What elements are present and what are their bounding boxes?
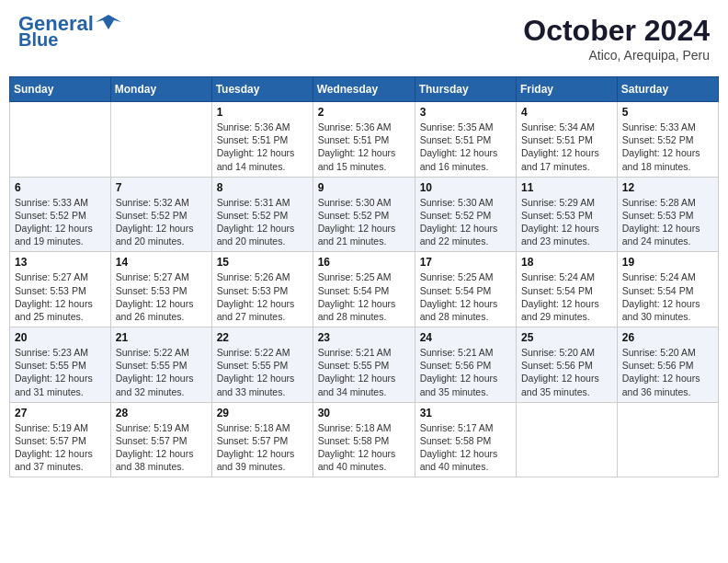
calendar-cell: 26Sunrise: 5:20 AM Sunset: 5:56 PM Dayli…: [617, 327, 718, 403]
header-day-tuesday: Tuesday: [211, 77, 313, 102]
day-info: Sunrise: 5:17 AM Sunset: 5:58 PM Dayligh…: [420, 421, 511, 474]
header-day-sunday: Sunday: [10, 77, 111, 102]
day-info: Sunrise: 5:26 AM Sunset: 5:53 PM Dayligh…: [217, 270, 308, 323]
calendar-cell: 29Sunrise: 5:18 AM Sunset: 5:57 PM Dayli…: [211, 402, 313, 477]
day-info: Sunrise: 5:27 AM Sunset: 5:53 PM Dayligh…: [116, 270, 207, 323]
calendar-cell: 4Sunrise: 5:34 AM Sunset: 5:51 PM Daylig…: [517, 102, 618, 178]
logo-bird-icon: [96, 13, 121, 31]
header-day-friday: Friday: [517, 77, 618, 102]
header-day-wednesday: Wednesday: [313, 77, 415, 102]
calendar-cell: 5Sunrise: 5:33 AM Sunset: 5:52 PM Daylig…: [617, 102, 718, 178]
calendar-cell: 30Sunrise: 5:18 AM Sunset: 5:58 PM Dayli…: [313, 402, 415, 477]
day-info: Sunrise: 5:19 AM Sunset: 5:57 PM Dayligh…: [116, 421, 207, 474]
day-info: Sunrise: 5:24 AM Sunset: 5:54 PM Dayligh…: [622, 270, 713, 323]
day-number: 30: [318, 407, 410, 419]
calendar-cell: 21Sunrise: 5:22 AM Sunset: 5:55 PM Dayli…: [110, 327, 211, 403]
day-info: Sunrise: 5:36 AM Sunset: 5:51 PM Dayligh…: [217, 121, 308, 173]
day-number: 7: [116, 181, 207, 194]
day-number: 2: [318, 106, 410, 119]
calendar-cell: 18Sunrise: 5:24 AM Sunset: 5:54 PM Dayli…: [517, 252, 618, 327]
day-number: 17: [420, 256, 511, 269]
day-info: Sunrise: 5:25 AM Sunset: 5:54 PM Dayligh…: [318, 270, 410, 323]
calendar-cell: [110, 102, 211, 178]
day-number: 18: [521, 256, 612, 269]
calendar-cell: 17Sunrise: 5:25 AM Sunset: 5:54 PM Dayli…: [415, 252, 516, 327]
day-number: 5: [622, 106, 713, 119]
location: Atico, Arequipa, Peru: [523, 48, 710, 63]
calendar-cell: 10Sunrise: 5:30 AM Sunset: 5:52 PM Dayli…: [415, 177, 516, 252]
day-number: 19: [622, 256, 713, 269]
day-info: Sunrise: 5:28 AM Sunset: 5:53 PM Dayligh…: [622, 196, 713, 248]
day-number: 12: [622, 181, 713, 194]
calendar-cell: [617, 402, 718, 477]
day-number: 15: [217, 256, 308, 269]
day-info: Sunrise: 5:23 AM Sunset: 5:55 PM Dayligh…: [15, 346, 106, 398]
day-number: 24: [420, 331, 511, 344]
day-info: Sunrise: 5:18 AM Sunset: 5:57 PM Dayligh…: [217, 421, 308, 474]
svg-marker-0: [96, 15, 121, 29]
header-day-monday: Monday: [110, 77, 211, 102]
day-info: Sunrise: 5:27 AM Sunset: 5:53 PM Dayligh…: [15, 270, 106, 323]
day-info: Sunrise: 5:33 AM Sunset: 5:52 PM Dayligh…: [622, 121, 713, 173]
day-info: Sunrise: 5:24 AM Sunset: 5:54 PM Dayligh…: [521, 270, 612, 323]
calendar-cell: 15Sunrise: 5:26 AM Sunset: 5:53 PM Dayli…: [211, 252, 313, 327]
day-info: Sunrise: 5:30 AM Sunset: 5:52 PM Dayligh…: [318, 196, 410, 248]
calendar-cell: 1Sunrise: 5:36 AM Sunset: 5:51 PM Daylig…: [211, 102, 313, 178]
title-area: October 2024 Atico, Arequipa, Peru: [523, 14, 710, 63]
calendar-cell: 27Sunrise: 5:19 AM Sunset: 5:57 PM Dayli…: [10, 402, 111, 477]
day-number: 3: [420, 106, 511, 119]
day-number: 9: [318, 181, 410, 194]
calendar-header: SundayMondayTuesdayWednesdayThursdayFrid…: [10, 77, 719, 102]
day-number: 10: [420, 181, 511, 194]
day-info: Sunrise: 5:21 AM Sunset: 5:56 PM Dayligh…: [420, 346, 511, 398]
day-number: 26: [622, 331, 713, 344]
day-number: 14: [116, 256, 207, 269]
logo-blue-text: Blue: [18, 30, 58, 49]
calendar-cell: 13Sunrise: 5:27 AM Sunset: 5:53 PM Dayli…: [10, 252, 111, 327]
day-info: Sunrise: 5:35 AM Sunset: 5:51 PM Dayligh…: [420, 121, 511, 173]
day-info: Sunrise: 5:36 AM Sunset: 5:51 PM Dayligh…: [318, 121, 410, 173]
day-info: Sunrise: 5:25 AM Sunset: 5:54 PM Dayligh…: [420, 270, 511, 323]
day-info: Sunrise: 5:31 AM Sunset: 5:52 PM Dayligh…: [217, 196, 308, 248]
calendar-cell: 14Sunrise: 5:27 AM Sunset: 5:53 PM Dayli…: [110, 252, 211, 327]
week-row-0: 1Sunrise: 5:36 AM Sunset: 5:51 PM Daylig…: [10, 102, 719, 178]
day-info: Sunrise: 5:33 AM Sunset: 5:52 PM Dayligh…: [15, 196, 106, 248]
calendar-cell: 20Sunrise: 5:23 AM Sunset: 5:55 PM Dayli…: [10, 327, 111, 403]
week-row-2: 13Sunrise: 5:27 AM Sunset: 5:53 PM Dayli…: [10, 252, 719, 327]
calendar-cell: 3Sunrise: 5:35 AM Sunset: 5:51 PM Daylig…: [415, 102, 516, 178]
calendar-cell: 22Sunrise: 5:22 AM Sunset: 5:55 PM Dayli…: [211, 327, 313, 403]
day-info: Sunrise: 5:22 AM Sunset: 5:55 PM Dayligh…: [116, 346, 207, 398]
day-info: Sunrise: 5:20 AM Sunset: 5:56 PM Dayligh…: [521, 346, 612, 398]
calendar-cell: 9Sunrise: 5:30 AM Sunset: 5:52 PM Daylig…: [313, 177, 415, 252]
day-number: 23: [318, 331, 410, 344]
day-info: Sunrise: 5:30 AM Sunset: 5:52 PM Dayligh…: [420, 196, 511, 248]
calendar-cell: 28Sunrise: 5:19 AM Sunset: 5:57 PM Dayli…: [110, 402, 211, 477]
day-number: 13: [15, 256, 106, 269]
calendar-cell: 16Sunrise: 5:25 AM Sunset: 5:54 PM Dayli…: [313, 252, 415, 327]
day-number: 21: [116, 331, 207, 344]
calendar-cell: 12Sunrise: 5:28 AM Sunset: 5:53 PM Dayli…: [617, 177, 718, 252]
calendar-cell: 7Sunrise: 5:32 AM Sunset: 5:52 PM Daylig…: [110, 177, 211, 252]
day-number: 20: [15, 331, 106, 344]
day-number: 28: [116, 407, 207, 419]
day-number: 22: [217, 331, 308, 344]
day-number: 16: [318, 256, 410, 269]
day-number: 27: [15, 407, 106, 419]
header-row: SundayMondayTuesdayWednesdayThursdayFrid…: [10, 77, 719, 102]
month-title: October 2024: [523, 14, 710, 48]
header-day-thursday: Thursday: [415, 77, 516, 102]
header-day-saturday: Saturday: [617, 77, 718, 102]
calendar-body: 1Sunrise: 5:36 AM Sunset: 5:51 PM Daylig…: [10, 102, 719, 477]
day-number: 1: [217, 106, 308, 119]
day-number: 11: [521, 181, 612, 194]
day-number: 25: [521, 331, 612, 344]
calendar-cell: 31Sunrise: 5:17 AM Sunset: 5:58 PM Dayli…: [415, 402, 516, 477]
week-row-1: 6Sunrise: 5:33 AM Sunset: 5:52 PM Daylig…: [10, 177, 719, 252]
day-info: Sunrise: 5:19 AM Sunset: 5:57 PM Dayligh…: [15, 421, 106, 474]
week-row-3: 20Sunrise: 5:23 AM Sunset: 5:55 PM Dayli…: [10, 327, 719, 403]
day-info: Sunrise: 5:21 AM Sunset: 5:55 PM Dayligh…: [318, 346, 410, 398]
calendar-cell: [517, 402, 618, 477]
day-number: 31: [420, 407, 511, 419]
calendar-cell: 23Sunrise: 5:21 AM Sunset: 5:55 PM Dayli…: [313, 327, 415, 403]
day-number: 29: [217, 407, 308, 419]
